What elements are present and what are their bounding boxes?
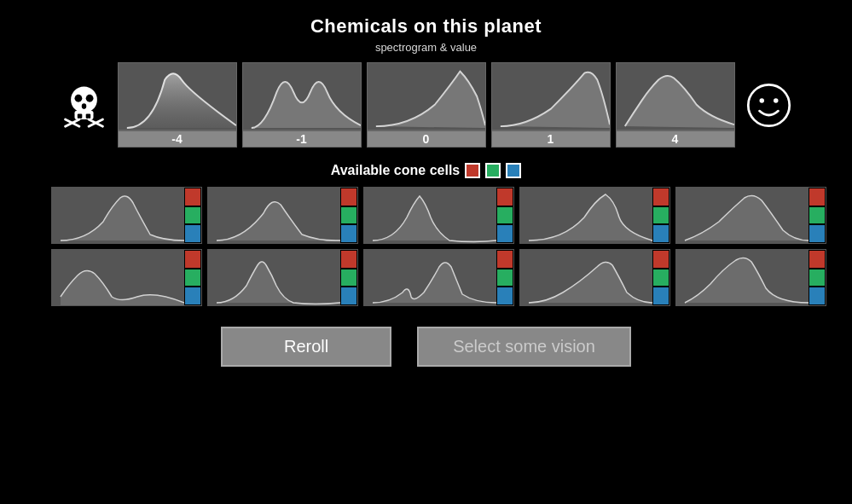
cone-6-green-btn[interactable]: [340, 269, 357, 287]
cone-9-blue-btn[interactable]: [809, 287, 826, 305]
spec-card-1: -1: [242, 62, 362, 148]
cone-grid: [51, 187, 802, 306]
svg-point-11: [748, 84, 789, 125]
cone-item-8: [519, 249, 670, 306]
cone-3-red-btn[interactable]: [652, 188, 669, 206]
cone-2-blue-btn[interactable]: [496, 224, 513, 243]
cone-item-5: [51, 249, 202, 306]
spec-card-3: 1: [491, 62, 611, 148]
cone-4-red-btn[interactable]: [809, 188, 826, 206]
cone-0-red-btn[interactable]: [184, 188, 201, 206]
cone-3-blue-btn[interactable]: [652, 224, 669, 243]
cone-section-title: Available cone cells: [331, 163, 521, 178]
cone-1-blue-btn[interactable]: [340, 224, 357, 243]
svg-rect-2: [77, 113, 82, 119]
cone-item-3: [519, 187, 670, 244]
cone-3-green-btn[interactable]: [652, 206, 669, 225]
spec-card-4: 4: [616, 62, 735, 148]
cone-item-2: [363, 187, 514, 244]
cone-8-red-btn[interactable]: [652, 250, 669, 269]
svg-rect-3: [85, 113, 90, 119]
cone-item-7: [363, 249, 514, 306]
svg-point-4: [74, 94, 82, 101]
cone-6-blue-btn[interactable]: [340, 287, 357, 305]
cone-7-blue-btn[interactable]: [496, 287, 513, 305]
cone-item-0: [51, 187, 202, 244]
svg-point-13: [774, 98, 779, 103]
svg-point-5: [85, 94, 93, 101]
cone-8-green-btn[interactable]: [652, 269, 669, 287]
blue-cone-indicator: [506, 163, 521, 178]
svg-point-6: [81, 103, 86, 109]
smiley-icon: [745, 82, 792, 129]
cone-item-4: [675, 187, 826, 244]
cone-item-6: [207, 249, 358, 306]
spec-card-2: 0: [367, 62, 486, 148]
page-title: Chemicals on this planet: [310, 15, 542, 38]
svg-point-12: [759, 98, 764, 103]
red-cone-indicator: [465, 163, 480, 178]
spec-card-0: -4: [118, 62, 237, 148]
cone-1-red-btn[interactable]: [340, 188, 357, 206]
spectrogram-section: -4 -1 0 1: [61, 62, 792, 148]
cone-2-red-btn[interactable]: [496, 188, 513, 206]
cone-2-green-btn[interactable]: [496, 206, 513, 225]
cone-9-red-btn[interactable]: [809, 250, 826, 269]
cone-4-blue-btn[interactable]: [809, 224, 826, 243]
cone-9-green-btn[interactable]: [809, 269, 826, 287]
subtitle: spectrogram & value: [375, 41, 477, 54]
cone-4-green-btn[interactable]: [809, 206, 826, 225]
reroll-button[interactable]: Reroll: [221, 327, 391, 367]
cone-5-blue-btn[interactable]: [184, 287, 201, 305]
cone-item-9: [675, 249, 826, 306]
bottom-buttons: Reroll Select some vision: [221, 327, 631, 367]
cone-8-blue-btn[interactable]: [652, 287, 669, 305]
cone-7-red-btn[interactable]: [496, 250, 513, 269]
cone-6-red-btn[interactable]: [340, 250, 357, 269]
cone-5-green-btn[interactable]: [184, 269, 201, 287]
cone-1-green-btn[interactable]: [340, 206, 357, 225]
select-vision-button[interactable]: Select some vision: [417, 327, 631, 367]
cone-0-green-btn[interactable]: [184, 206, 201, 225]
cone-item-1: [207, 187, 358, 244]
cone-7-green-btn[interactable]: [496, 269, 513, 287]
cone-0-blue-btn[interactable]: [184, 224, 201, 243]
green-cone-indicator: [485, 163, 501, 178]
skull-icon: [61, 82, 107, 129]
cone-5-red-btn[interactable]: [184, 250, 201, 269]
